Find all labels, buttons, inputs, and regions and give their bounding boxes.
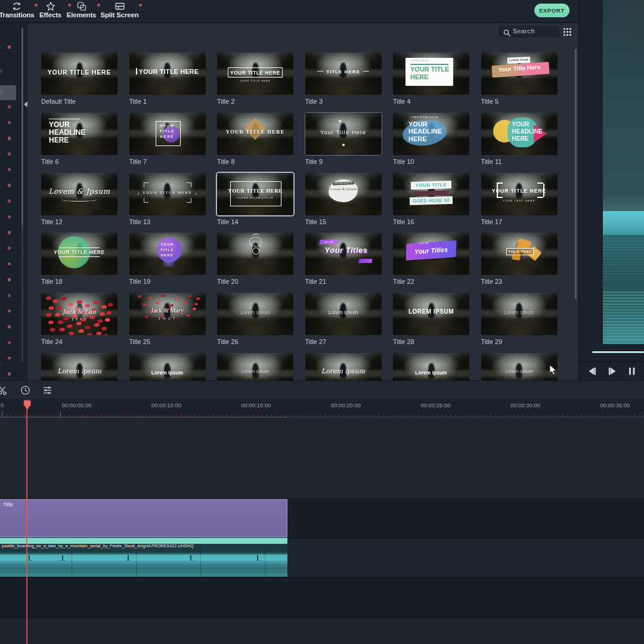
title-clip[interactable]: Title (0, 499, 287, 537)
title-template-tile[interactable]: YOUR TITLE HERE (129, 113, 206, 155)
search-input[interactable]: Search (499, 26, 559, 37)
playhead-handle[interactable] (23, 400, 32, 411)
title-template-tile[interactable]: YOUR TITLE HERELOREM IPSUM DOLOR (217, 173, 293, 215)
title-template-tile[interactable]: LOREM IPSUMYour Title Here (481, 52, 558, 95)
template-overlay: YOUR TITLE HEREYOUR TEXT HERE (481, 173, 558, 215)
previous-frame-button[interactable] (587, 367, 597, 376)
ruler-tick (599, 415, 599, 417)
title-template-tile[interactable]: Lorem Ipsum (305, 293, 382, 335)
template-text: YOUR TITLE HERE (41, 69, 117, 76)
notification-dot (8, 278, 11, 281)
ruler-tick (585, 415, 586, 417)
title-template-tile[interactable]: Lorem ipsum (305, 353, 382, 381)
title-template-tile[interactable]: ‹›YOUR TITLE HERE (129, 173, 206, 215)
ruler-tick (119, 415, 119, 417)
title-template-tile[interactable]: TITLE HERE (305, 52, 382, 95)
timeline-ruler[interactable]: 000:00:05:0000:00:10:0000:00:15:0000:00:… (0, 398, 644, 417)
sidebar-category-icon[interactable]: ▤ (0, 88, 2, 95)
clip-frame-separator (136, 544, 137, 577)
ruler-tick (137, 415, 137, 417)
timecode-label: 00:00:15:00 (241, 402, 271, 408)
title-template-tile[interactable]: YOUR TEXT (481, 233, 558, 275)
clock-icon[interactable] (20, 385, 30, 395)
title-template-tile[interactable] (217, 233, 293, 275)
sidebar-category-icon[interactable]: ○ (0, 337, 2, 344)
sidebar-category-icon[interactable]: ♪ (0, 103, 2, 110)
sidebar-selected-item[interactable] (0, 85, 16, 100)
sidebar-category-icon[interactable]: □ (0, 181, 2, 188)
media-grid-scrollbar[interactable] (575, 49, 577, 299)
sidebar-category-icon[interactable]: ○ (0, 149, 2, 156)
template-overlay: YOUR HEADLINE HERE (481, 113, 558, 155)
title-template-tile[interactable]: YOUR HEADLINE HERE (41, 113, 117, 155)
playhead-line[interactable] (26, 408, 27, 644)
adjust-tracks-icon[interactable] (42, 385, 52, 395)
split-screen-icon (114, 1, 125, 11)
ruler-tick (132, 415, 132, 417)
track-row-empty-1[interactable] (0, 417, 644, 499)
sidebar-category-icon[interactable]: ○ (0, 361, 2, 368)
title-template-tile[interactable]: Lorem ipsum (217, 353, 293, 381)
title-template-tile[interactable]: YOUR HEADLINE HERE (481, 113, 558, 155)
title-template-tile[interactable]: YOUR TITLE HEREYOUR TEXT HERE (481, 173, 558, 215)
title-template-tile[interactable]: Lorem ipsum (41, 353, 117, 381)
title-template-tile[interactable]: YOUR TITLEGOES HERE 50 (393, 173, 469, 215)
title-template-tile[interactable]: Your Title Here (305, 113, 382, 155)
ruler-tick (379, 415, 379, 417)
title-template-tile[interactable]: YOUR TITLE HERE (41, 233, 117, 275)
toolbar-tab-elements[interactable]: Elements (66, 0, 97, 21)
title-template-tile[interactable]: Your TitleYour Titles (305, 233, 382, 275)
ruler-tick (204, 415, 205, 417)
export-button[interactable]: EXPORT (534, 4, 569, 17)
toolbar-tab-label: Split Screen (100, 11, 138, 18)
title-template-tile[interactable]: Lorem Ipsum (129, 353, 206, 381)
title-template-tile[interactable]: YOUR TITLE HERE (129, 233, 206, 275)
toolbar-tab-effects[interactable]: Effects (37, 0, 64, 21)
template-label: Title 23 (481, 278, 565, 285)
play-button[interactable] (608, 367, 617, 376)
video-clip-header (0, 538, 287, 544)
sidebar-category-icon[interactable]: ○ (0, 274, 2, 281)
pause-button[interactable] (627, 367, 637, 376)
timecode-label: 00:00:05:00 (61, 402, 91, 408)
scissors-icon[interactable] (0, 385, 8, 395)
toolbar-tab-split-screen[interactable]: Split Screen (100, 0, 140, 21)
title-template-tile[interactable]: Lorem Ipsum (481, 293, 558, 335)
track-row-empty-3[interactable] (0, 618, 644, 644)
preview-progress-bar[interactable] (592, 351, 644, 353)
title-template-tile[interactable]: YOUR TITLE HERE (129, 52, 206, 95)
video-clip[interactable]: paddle_boarding_on_a_lake_by_a_mountain_… (0, 538, 287, 577)
sidebar-category-icon[interactable]: ▣ (0, 67, 2, 74)
title-template-tile[interactable]: YOUR TITLE HERE (217, 113, 293, 155)
title-template-tile[interactable]: Lorem Ipsum (393, 353, 469, 381)
title-template-tile[interactable]: YOUR TITLE HEREYOUR TITLE HERE (217, 52, 293, 95)
title-template-tile[interactable]: Your TitlesYour Text (393, 233, 469, 275)
grid-view-icon[interactable] (564, 28, 571, 36)
sidebar-category-icon[interactable]: □ (0, 243, 2, 250)
template-label: Title 20 (217, 278, 301, 285)
template-tag-text: Your Title (319, 240, 338, 244)
sidebar-category-icon[interactable]: ○ (0, 212, 2, 219)
title-template-tile[interactable]: Lorem Ipsum (217, 293, 293, 335)
template-overlay: Your TitlesYour Text (393, 233, 469, 275)
title-template-tile[interactable]: Lorem Ipsum (481, 353, 558, 381)
track-row-empty-2[interactable] (0, 577, 644, 618)
title-template-tile[interactable]: LOREM IPSUMYOUR TITLE HERE (393, 52, 469, 95)
title-template-tile[interactable]: YOUR TITLE HERE (41, 52, 117, 95)
sidebar-category-icon[interactable]: ◐ (0, 118, 2, 125)
sidebar-category-icon[interactable]: ○ (0, 43, 2, 50)
left-sidebar: ○▣▤♪◐○□○□○□○○ (0, 23, 27, 380)
title-template-tile[interactable]: THE WEDDING OFLorem & Ipsum (305, 173, 382, 215)
title-template-tile[interactable]: Jack & Lan2 0 1 7 (41, 293, 117, 335)
template-overlay: Lorem Ipsum (481, 293, 558, 335)
title-template-tile[interactable]: Lovem & Jpsum (41, 173, 117, 215)
template-label: Title 7 (129, 158, 213, 165)
notification-dot (8, 152, 11, 156)
title-template-tile[interactable]: YOUR HEADLINE HERELOREM IPSUM DOLOR (393, 113, 469, 155)
title-template-tile[interactable]: LOREM IPSUM (393, 293, 469, 335)
sidebar-scrollbar-thumb[interactable] (21, 28, 23, 225)
toolbar-tab-transitions[interactable]: Transitions (0, 0, 35, 21)
title-template-tile[interactable]: Jack & Mary2 0 1 7 (129, 293, 206, 335)
notification-dot (139, 4, 142, 7)
sidebar-category-icon[interactable]: □ (0, 306, 2, 313)
